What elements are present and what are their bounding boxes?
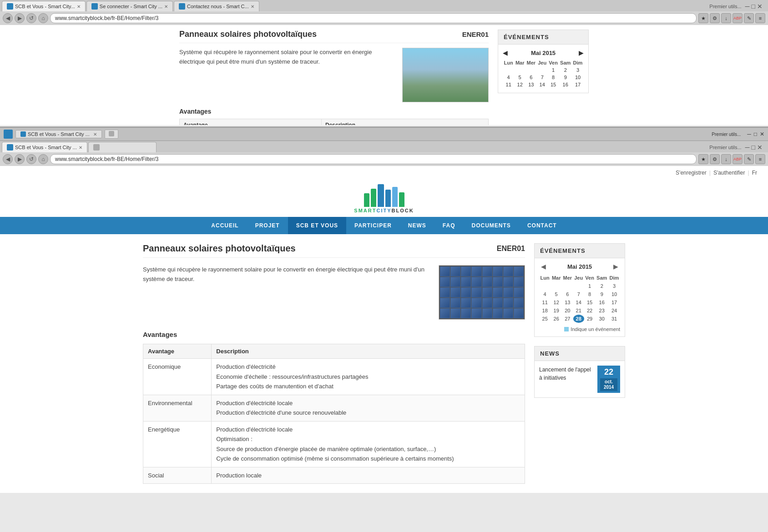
lang-link[interactable]: Fr — [752, 170, 757, 176]
taskbar-tab[interactable]: SCB et Vous - Smart City ... ✕ — [15, 130, 102, 138]
address-input-top[interactable]: www.smartcityblock.be/fr-BE/Home/Filter/… — [50, 13, 697, 23]
cal-day-cell[interactable]: 9 — [595, 290, 608, 298]
th-description: Description — [212, 344, 525, 359]
login-link[interactable]: S'authentifier — [713, 170, 745, 176]
solar-cell — [482, 298, 492, 308]
taskbar-close[interactable]: ✕ — [93, 132, 97, 137]
cal-day-cell[interactable]: 27 — [562, 315, 573, 323]
address-bar-row-bottom: ◀ ▶ ↺ ⌂ www.smartcityblock.be/fr-BE/Home… — [0, 152, 768, 166]
tab-2[interactable]: Se connecter - Smart City ... ✕ — [86, 1, 173, 11]
adblock-btn-top[interactable]: ABP — [733, 13, 743, 23]
cal-day-cell[interactable]: 4 — [539, 290, 551, 298]
win-close-top[interactable]: ✕ — [757, 3, 763, 10]
taskbar-win-close[interactable]: ✕ — [760, 131, 764, 137]
cal-prev-btn[interactable]: ◀ — [539, 263, 548, 270]
nav-projet[interactable]: PROJET — [247, 217, 288, 234]
cal-day-cell[interactable]: 31 — [608, 315, 620, 323]
news-item[interactable]: Lancement de l'appel à initiatives 22 oc… — [534, 361, 625, 398]
tab-label-2: Se connecter - Smart City ... — [100, 4, 162, 9]
tab-close-2[interactable]: ✕ — [164, 4, 168, 9]
win-restore-top[interactable]: □ — [752, 3, 755, 10]
refresh-btn-bottom[interactable]: ↺ — [26, 154, 36, 164]
cal-day-cell[interactable]: 26 — [551, 315, 562, 323]
cal-day-cell[interactable]: 29 — [584, 315, 596, 323]
forward-btn-top[interactable]: ▶ — [15, 13, 25, 23]
settings-btn-top[interactable]: ⚙ — [710, 13, 720, 23]
partial-cal-next[interactable]: ▶ — [579, 49, 584, 56]
nav-scb-et-vous[interactable]: SCB ET VOUS — [288, 217, 346, 234]
tab-bottom-2[interactable] — [88, 142, 157, 152]
cal-day-cell[interactable]: 10 — [608, 290, 620, 298]
cal-day-cell[interactable]: 19 — [551, 306, 562, 315]
tab-3[interactable]: Contactez nous - Smart C... ✕ — [174, 1, 259, 11]
nav-participer[interactable]: PARTICIPER — [346, 217, 400, 234]
news-title: NEWS — [534, 346, 625, 361]
register-link[interactable]: S'enregistrer — [676, 170, 707, 176]
cal-day-cell[interactable]: 23 — [595, 306, 608, 315]
nav-faq[interactable]: FAQ — [435, 217, 464, 234]
cal-day-cell[interactable]: 18 — [539, 306, 551, 315]
cal-day-cell[interactable]: 17 — [608, 298, 620, 306]
cal-day-cell[interactable]: 13 — [562, 298, 573, 306]
cal-day-cell[interactable]: 3 — [608, 282, 620, 290]
win-min-top[interactable]: ─ — [745, 3, 750, 10]
cal-day-cell[interactable]: 11 — [539, 298, 551, 306]
cal-day-cell[interactable]: 8 — [584, 290, 596, 298]
home-btn-top[interactable]: ⌂ — [38, 13, 48, 23]
cal-day-cell[interactable]: 22 — [584, 306, 596, 315]
cal-day-cell[interactable]: 14 — [573, 298, 584, 306]
refresh-btn-top[interactable]: ↺ — [26, 13, 36, 23]
taskbar-win-min[interactable]: ─ — [747, 131, 751, 137]
cal-next-btn[interactable]: ▶ — [611, 263, 620, 270]
back-btn-top[interactable]: ◀ — [3, 13, 13, 23]
nav-documents[interactable]: DOCUMENTS — [464, 217, 519, 234]
tab-bottom-1[interactable]: SCB et Vous - Smart City ... ✕ — [2, 142, 87, 152]
back-btn-bottom[interactable]: ◀ — [3, 154, 13, 164]
cal-day-cell[interactable]: 21 — [573, 306, 584, 315]
cal-day-cell[interactable]: 28 — [573, 315, 584, 323]
cal-day-cell[interactable]: 15 — [584, 298, 596, 306]
forward-btn-bottom[interactable]: ▶ — [15, 154, 25, 164]
menu-btn-bottom[interactable]: ≡ — [755, 154, 765, 164]
nav-accueil[interactable]: ACCUEIL — [203, 217, 247, 234]
cal-day-cell[interactable]: 20 — [562, 306, 573, 315]
nav-news[interactable]: NEWS — [400, 217, 435, 234]
taskbar-win-restore[interactable]: □ — [754, 131, 757, 137]
cal-day-cell[interactable]: 25 — [539, 315, 551, 323]
cal-day-cell[interactable]: 1 — [584, 282, 596, 290]
tab-close-bottom-1[interactable]: ✕ — [79, 145, 82, 150]
cal-day-cell[interactable]: 6 — [562, 290, 573, 298]
pencil-btn-bottom[interactable]: ✎ — [744, 154, 754, 164]
solar-cell — [440, 266, 450, 276]
partial-cal-prev[interactable]: ◀ — [503, 49, 508, 56]
win-restore-bottom[interactable]: □ — [752, 144, 755, 151]
cal-day-cell[interactable]: 30 — [595, 315, 608, 323]
cal-day-cell[interactable]: 12 — [551, 298, 562, 306]
home-btn-bottom[interactable]: ⌂ — [38, 154, 48, 164]
tab-close-1[interactable]: ✕ — [77, 4, 81, 9]
pencil-btn-top[interactable]: ✎ — [744, 13, 754, 23]
star-btn-top[interactable]: ★ — [698, 13, 708, 23]
site-logo[interactable]: SMARTCITYBLOCK — [354, 184, 414, 213]
cal-day-cell[interactable]: 7 — [573, 290, 584, 298]
menu-btn-top[interactable]: ≡ — [755, 13, 765, 23]
download-btn-top[interactable]: ↓ — [721, 13, 731, 23]
adblock-btn-bottom[interactable]: ABP — [733, 154, 743, 164]
cal-day-cell[interactable]: 16 — [595, 298, 608, 306]
nav-contact[interactable]: CONTACT — [519, 217, 565, 234]
solar-cell — [503, 308, 513, 318]
win-close-bottom[interactable]: ✕ — [757, 144, 763, 151]
browser-actions-top: ★ ⚙ ↓ ABP ✎ ≡ — [698, 13, 765, 23]
win-min-bottom[interactable]: ─ — [745, 144, 750, 151]
settings-btn-bottom[interactable]: ⚙ — [710, 154, 720, 164]
download-btn-bottom[interactable]: ↓ — [721, 154, 731, 164]
tab-close-3[interactable]: ✕ — [251, 4, 254, 9]
star-btn-bottom[interactable]: ★ — [698, 154, 708, 164]
cal-day-cell[interactable]: 5 — [551, 290, 562, 298]
taskbar-tab-2[interactable] — [105, 130, 118, 139]
cal-day-cell[interactable]: 2 — [595, 282, 608, 290]
tab-1[interactable]: SCB et Vous - Smart City... ✕ — [2, 1, 86, 11]
cal-day-cell[interactable]: 24 — [608, 306, 620, 315]
address-input-bottom[interactable]: www.smartcityblock.be/fr-BE/Home/Filter/… — [50, 154, 697, 164]
article-body: Système qui récupère le rayonnement sola… — [143, 265, 525, 320]
